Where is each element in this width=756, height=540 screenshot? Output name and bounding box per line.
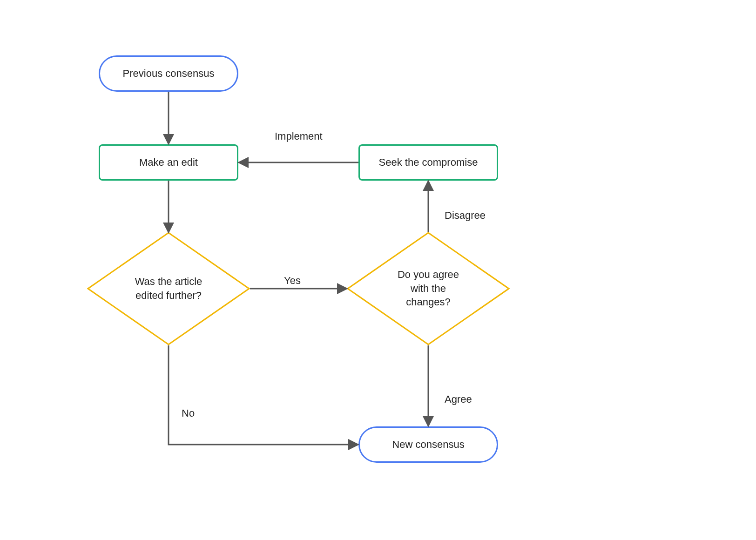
node-label: Seek the compromise bbox=[379, 156, 478, 169]
node-label: Do you agreewith thechanges? bbox=[382, 268, 475, 309]
node-label: Was the articleedited further? bbox=[122, 275, 215, 302]
edge-label-disagree: Disagree bbox=[445, 209, 486, 222]
node-seek-compromise: Seek the compromise bbox=[358, 144, 498, 181]
node-new-consensus: New consensus bbox=[358, 426, 498, 463]
node-label: New consensus bbox=[392, 439, 464, 451]
node-make-edit: Make an edit bbox=[99, 144, 238, 181]
edge-label-implement: Implement bbox=[275, 130, 323, 142]
node-previous-consensus: Previous consensus bbox=[99, 55, 238, 92]
edge-label-yes: Yes bbox=[284, 275, 301, 287]
node-label: Make an edit bbox=[139, 156, 198, 169]
node-label: Previous consensus bbox=[123, 68, 215, 80]
edge-label-agree: Agree bbox=[445, 393, 472, 405]
flowchart-canvas: Previous consensus Make an edit Seek the… bbox=[0, 0, 756, 540]
edge-label-no: No bbox=[182, 407, 195, 419]
